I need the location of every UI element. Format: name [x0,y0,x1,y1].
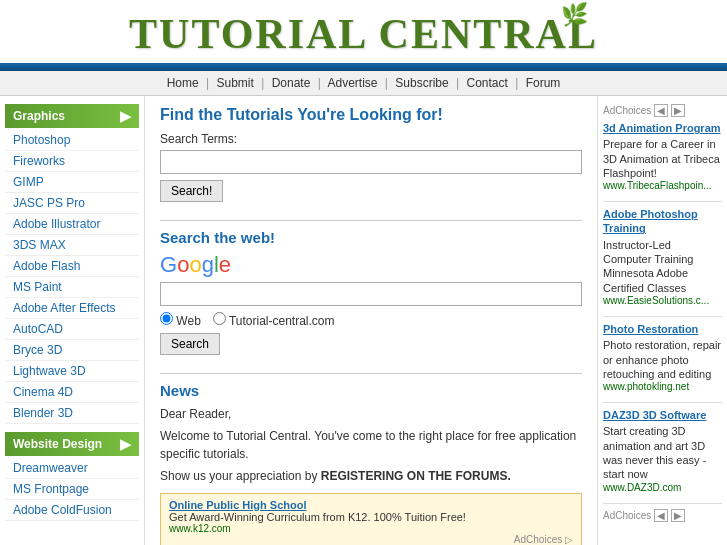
sidebar-webdesign-arrow: ▶ [120,436,131,452]
right-ad-1: Adobe Photoshop Training Instructor-Led … [603,207,722,306]
right-ad-3-url[interactable]: www.DAZ3D.com [603,482,722,493]
ad-choices-top-label: AdChoices [603,105,651,116]
right-divider3 [603,402,722,403]
ad-choices: AdChoices ▷ [169,534,573,545]
nav-prev-bottom-icon[interactable]: ◀ [654,509,668,522]
news-para3: Show us your appreciation by REGISTERING… [160,467,582,485]
divider2 [160,373,582,374]
right-ad-3: DAZ3D 3D Software Start creating 3D anim… [603,408,722,492]
right-ad-0-body: Prepare for a Career in 3D Animation at … [603,137,722,180]
sidebar-item-bryce[interactable]: Bryce 3D [5,340,139,361]
radio-web-label[interactable]: Web [160,312,201,328]
ad-url[interactable]: www.k12.com [169,523,573,534]
nav-subscribe[interactable]: Subscribe [395,76,448,90]
left-sidebar: Graphics ▶ Photoshop Fireworks GIMP JASC… [0,96,145,545]
nav-bar: Home | Submit | Donate | Advertise | Sub… [0,71,727,96]
google-logo: Google [160,252,582,278]
right-divider4 [603,503,722,504]
web-search-title: Search the web! [160,229,582,246]
sidebar-item-photoshop[interactable]: Photoshop [5,130,139,151]
right-ad-1-title[interactable]: Adobe Photoshop Training [603,207,722,236]
header-bar [0,63,727,71]
sidebar-graphics-header[interactable]: Graphics ▶ [5,104,139,128]
news-bold: REGISTERING ON THE FORUMS. [321,469,511,483]
divider1 [160,220,582,221]
right-divider1 [603,201,722,202]
sidebar-item-blender[interactable]: Blender 3D [5,403,139,424]
sidebar-item-coldfusion[interactable]: Adobe ColdFusion [5,500,139,521]
radio-tc-label[interactable]: Tutorial-central.com [213,312,335,328]
radio-group: Web Tutorial-central.com [160,312,582,328]
sidebar-item-mspaint[interactable]: MS Paint [5,277,139,298]
sidebar-item-jasc[interactable]: JASC PS Pro [5,193,139,214]
nav-next-icon[interactable]: ▶ [671,104,685,117]
header: 🌿 TUTORIAL CENTRAL [0,0,727,63]
right-ad-3-body: Start creating 3D animation and art 3D w… [603,424,722,481]
news-para2: Welcome to Tutorial Central. You've come… [160,427,582,463]
radio-tc[interactable] [213,312,226,325]
nav-donate[interactable]: Donate [272,76,311,90]
leaf-icon: 🌿 [561,2,588,28]
search-label: Search Terms: [160,132,582,146]
sidebar-graphics-label: Graphics [13,109,65,123]
sidebar-webdesign-label: Website Design [13,437,102,451]
radio-web[interactable] [160,312,173,325]
right-ad-2-title[interactable]: Photo Restoration [603,322,722,336]
find-title: Find the Tutorials You're Looking for! [160,106,582,124]
sidebar-item-autocad[interactable]: AutoCAD [5,319,139,340]
nav-home[interactable]: Home [167,76,199,90]
sidebar-item-frontpage[interactable]: MS Frontpage [5,479,139,500]
right-ad-0-title[interactable]: 3d Animation Program [603,121,722,135]
sidebar-item-illustrator[interactable]: Adobe Illustrator [5,214,139,235]
sidebar-item-dreamweaver[interactable]: Dreamweaver [5,458,139,479]
sidebar-item-3dsmax[interactable]: 3DS MAX [5,235,139,256]
right-ad-2-body: Photo restoration, repair or enhance pho… [603,338,722,381]
right-divider2 [603,316,722,317]
site-title: TUTORIAL CENTRAL [129,10,598,58]
ad-choices-bottom: AdChoices ◀ ▶ [603,509,722,522]
right-ad-2-url[interactable]: www.photokling.net [603,381,722,392]
right-ad-0: 3d Animation Program Prepare for a Caree… [603,121,722,191]
nav-contact[interactable]: Contact [467,76,508,90]
search-input[interactable] [160,150,582,174]
sidebar-item-aftereffects[interactable]: Adobe After Effects [5,298,139,319]
right-ad-3-title[interactable]: DAZ3D 3D Software [603,408,722,422]
sidebar-item-lightwave[interactable]: Lightwave 3D [5,361,139,382]
sidebar-item-gimp[interactable]: GIMP [5,172,139,193]
nav-next-bottom-icon[interactable]: ▶ [671,509,685,522]
ad-link[interactable]: Online Public High School [169,499,573,511]
sidebar-graphics-arrow: ▶ [120,108,131,124]
right-ad-2: Photo Restoration Photo restoration, rep… [603,322,722,392]
nav-prev-icon[interactable]: ◀ [654,104,668,117]
sidebar-item-cinema4d[interactable]: Cinema 4D [5,382,139,403]
web-search-button[interactable]: Search [160,333,220,355]
ad-choices-top: AdChoices ◀ ▶ [603,104,722,117]
sidebar-item-flash[interactable]: Adobe Flash [5,256,139,277]
right-sidebar: AdChoices ◀ ▶ 3d Animation Program Prepa… [597,96,727,545]
right-ad-0-url[interactable]: www.TribecaFlashpoin... [603,180,722,191]
news-title: News [160,382,582,399]
web-search-input[interactable] [160,282,582,306]
sidebar-webdesign-header[interactable]: Website Design ▶ [5,432,139,456]
search-button[interactable]: Search! [160,180,223,202]
right-ad-1-body: Instructor-Led Computer Training Minneso… [603,238,722,295]
news-para1: Dear Reader, [160,405,582,423]
nav-forum[interactable]: Forum [526,76,561,90]
right-ad-1-url[interactable]: www.EasieSolutions.c... [603,295,722,306]
layout: Graphics ▶ Photoshop Fireworks GIMP JASC… [0,96,727,545]
sidebar-spacer [5,424,139,432]
main-content: Find the Tutorials You're Looking for! S… [145,96,597,545]
nav-submit[interactable]: Submit [216,76,253,90]
ad-box: Online Public High School Get Award-Winn… [160,493,582,545]
ad-desc: Get Award-Winning Curriculum from K12. 1… [169,511,573,523]
sidebar-item-fireworks[interactable]: Fireworks [5,151,139,172]
ad-choices-bottom-label: AdChoices [603,510,651,521]
nav-advertise[interactable]: Advertise [327,76,377,90]
